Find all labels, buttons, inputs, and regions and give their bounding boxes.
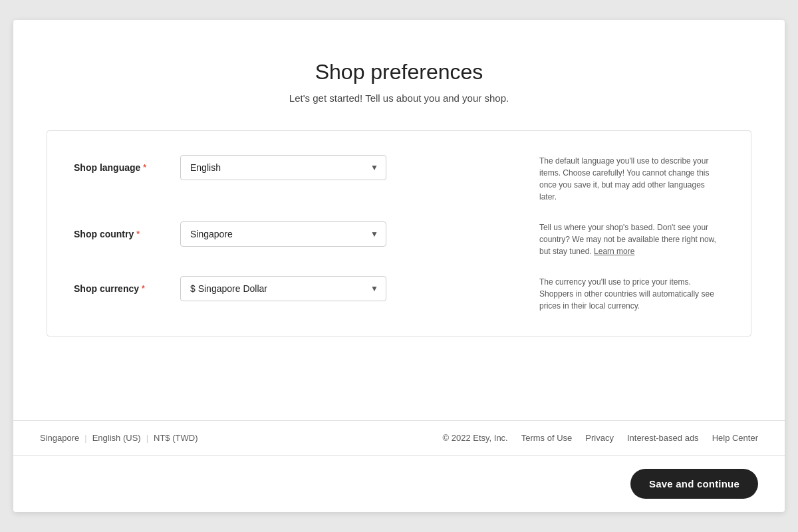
action-bar: Save and continue <box>13 456 785 512</box>
country-left: Shop country * Singapore United States U… <box>74 221 526 247</box>
page-title: Shop preferences <box>315 60 483 84</box>
currency-label: Shop currency * <box>74 283 180 294</box>
currency-left: Shop currency * $ Singapore Dollar $ US … <box>74 276 526 301</box>
country-row: Shop country * Singapore United States U… <box>74 221 724 257</box>
country-select[interactable]: Singapore United States United Kingdom A… <box>180 221 386 247</box>
terms-link[interactable]: Terms of Use <box>521 433 573 443</box>
save-continue-button[interactable]: Save and continue <box>630 469 758 499</box>
footer-left: Singapore | English (US) | NT$ (TWD) <box>40 433 198 443</box>
help-link[interactable]: Help Center <box>712 433 758 443</box>
currency-select-wrapper: $ Singapore Dollar $ US Dollar € Euro £ … <box>180 276 386 301</box>
footer: Singapore | English (US) | NT$ (TWD) © 2… <box>13 421 785 455</box>
footer-locale: Singapore <box>40 433 79 443</box>
language-row: Shop language * English French German Sp… <box>74 155 724 203</box>
main-content: Shop preferences Let's get started! Tell… <box>13 20 785 420</box>
language-help: The default language you'll use to descr… <box>526 155 724 203</box>
language-label: Shop language * <box>74 162 180 173</box>
footer-right: © 2022 Etsy, Inc. Terms of Use Privacy I… <box>443 433 758 443</box>
footer-currency: NT$ (TWD) <box>154 433 198 443</box>
currency-help: The currency you'll use to price your it… <box>526 276 724 312</box>
footer-sep-1: | <box>84 433 86 443</box>
privacy-link[interactable]: Privacy <box>585 433 614 443</box>
currency-help-text: The currency you'll use to price your it… <box>539 276 724 312</box>
country-help-text: Tell us where your shop's based. Don't s… <box>539 221 724 257</box>
currency-select[interactable]: $ Singapore Dollar $ US Dollar € Euro £ … <box>180 276 386 301</box>
footer-copyright: © 2022 Etsy, Inc. <box>443 433 508 443</box>
country-help: Tell us where your shop's based. Don't s… <box>526 221 724 257</box>
language-left: Shop language * English French German Sp… <box>74 155 526 180</box>
form-card: Shop language * English French German Sp… <box>47 130 751 336</box>
page-wrapper: Shop preferences Let's get started! Tell… <box>13 20 785 512</box>
ads-link[interactable]: Interest-based ads <box>627 433 699 443</box>
footer-sep-2: | <box>146 433 148 443</box>
country-select-wrapper: Singapore United States United Kingdom A… <box>180 221 386 247</box>
language-help-text: The default language you'll use to descr… <box>539 155 724 203</box>
learn-more-link[interactable]: Learn more <box>594 247 634 256</box>
currency-required: * <box>142 284 145 293</box>
footer-language: English (US) <box>92 433 141 443</box>
country-required: * <box>136 229 140 239</box>
page-subtitle: Let's get started! Tell us about you and… <box>289 92 509 104</box>
country-label: Shop country * <box>74 229 180 239</box>
language-required: * <box>143 163 146 172</box>
language-select[interactable]: English French German Spanish <box>180 155 386 180</box>
language-select-wrapper: English French German Spanish ▼ <box>180 155 386 180</box>
currency-row: Shop currency * $ Singapore Dollar $ US … <box>74 276 724 312</box>
